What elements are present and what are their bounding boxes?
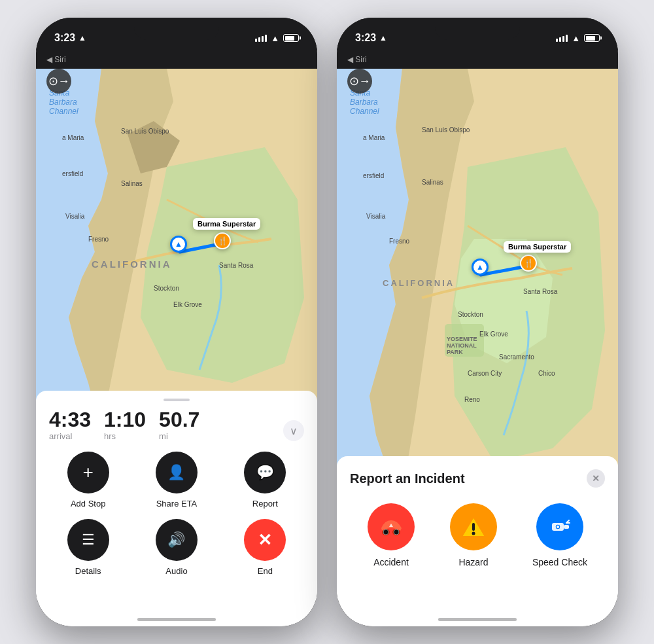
signal-bars-1: [255, 35, 267, 42]
map-label-california: CALIFORNIA: [92, 259, 172, 270]
wifi-icon-1: ▲: [271, 33, 279, 43]
accident-icon: [368, 503, 415, 550]
map-label-p2-elk-grove: Elk Grove: [479, 331, 508, 338]
action-grid-1: + Add Stop 👤 Share ETA 💬 Report: [49, 452, 304, 576]
siri-label-2: ◀ Siri: [347, 55, 367, 64]
nav-distance-stat: 50.7 mi: [159, 409, 199, 441]
audio-button[interactable]: 🔊 Audio: [137, 519, 215, 576]
current-location-pin-1: ▲: [170, 236, 187, 253]
battery-2: [584, 34, 600, 42]
map-label-bakersfield: ersfield: [62, 170, 83, 177]
back-button-1[interactable]: ⊙→: [46, 69, 71, 94]
siri-bar-1: ◀ Siri: [36, 50, 317, 69]
audio-label: Audio: [165, 566, 187, 576]
incident-header: Report an Incident ✕: [350, 469, 605, 488]
map-label-p2-california: CALIFORNIA: [383, 278, 455, 288]
nav-arrival-value: 4:33: [49, 409, 91, 430]
back-icon-2: ⊙→: [349, 74, 371, 88]
siri-label-1: ◀ Siri: [46, 55, 66, 64]
map-label-stockton: Stockton: [154, 285, 179, 292]
map-label-elk-grove: Elk Grove: [173, 301, 202, 308]
map-label-p2-visalia: Visalia: [366, 213, 385, 220]
end-label: End: [258, 566, 273, 576]
expand-button-1[interactable]: ∨: [283, 420, 304, 441]
map-svg-2: [337, 69, 618, 501]
speed-check-button[interactable]: Speed Check: [532, 503, 587, 567]
hazard-icon: [450, 503, 497, 550]
incident-close-button[interactable]: ✕: [587, 469, 605, 488]
report-button[interactable]: 💬 Report: [226, 452, 304, 509]
details-label: Details: [75, 566, 101, 576]
nav-duration-label: hrs: [104, 431, 146, 441]
speed-check-label: Speed Check: [532, 557, 587, 567]
nav-duration-stat: 1:10 hrs: [104, 409, 146, 441]
back-button-2[interactable]: ⊙→: [347, 69, 372, 94]
map-label-p2-yosemite: YOSEMITENATIONALPARK: [447, 336, 477, 355]
map-label-visalia: Visalia: [65, 213, 84, 220]
svg-point-15: [383, 529, 388, 535]
nav-info-row-1: 4:33 arrival 1:10 hrs 50.7 mi ∨: [49, 409, 304, 441]
map-area-2: SantaBarbaraChannel a Maria San Luis Obi…: [337, 69, 618, 501]
map-label-p2-salinas: Salinas: [422, 179, 443, 186]
screen-1: ◀ Siri ⊙→: [36, 50, 317, 626]
status-icons-2: ▲: [556, 33, 600, 43]
map-label-p2-santa-rosa: Santa Rosa: [523, 288, 557, 295]
current-location-pin-2: ▲: [472, 259, 489, 276]
notch-2: [435, 18, 520, 40]
status-time-1: 3:23 ▲: [54, 32, 86, 44]
map-label-p2-fresno: Fresno: [389, 238, 409, 245]
map-label-p2-lamaria: a Maria: [363, 134, 385, 141]
nav-handle-1[interactable]: [164, 399, 190, 401]
dest-location-pin-2: 🍴: [520, 255, 537, 272]
screen-2: ◀ Siri ⊙→: [337, 50, 618, 626]
share-eta-button[interactable]: 👤 Share ETA: [137, 452, 215, 509]
nav-stats-1: 4:33 arrival 1:10 hrs 50.7 mi: [49, 409, 199, 441]
share-eta-icon: 👤: [156, 452, 198, 493]
details-button[interactable]: ☰ Details: [49, 519, 127, 576]
signal-bars-2: [556, 35, 568, 42]
svg-point-19: [472, 532, 475, 535]
dest-label-2: Burma Superstar: [504, 241, 571, 253]
end-button[interactable]: ✕ End: [226, 519, 304, 576]
add-stop-icon: +: [67, 452, 109, 493]
add-stop-button[interactable]: + Add Stop: [49, 452, 127, 509]
dest-label-1: Burma Superstar: [193, 218, 260, 230]
map-label-la-maria: a Maria: [62, 134, 84, 141]
svg-point-22: [557, 526, 559, 528]
map-bg-2: SantaBarbaraChannel a Maria San Luis Obi…: [337, 69, 618, 501]
map-bg-1: SantaBarbaraChannel a Maria San Luis Obi…: [36, 69, 317, 409]
end-icon: ✕: [244, 519, 286, 561]
map-label-p2-bakersfield: ersfield: [363, 172, 384, 179]
hazard-button[interactable]: Hazard: [450, 503, 497, 567]
report-icon: 💬: [244, 452, 286, 493]
map-label-p2-slo: San Luis Obispo: [422, 126, 470, 134]
share-eta-label: Share ETA: [156, 499, 198, 509]
nav-panel-1: 4:33 arrival 1:10 hrs 50.7 mi ∨: [36, 391, 317, 600]
report-label: Report: [252, 499, 278, 509]
details-icon: ☰: [67, 519, 109, 561]
svg-rect-18: [472, 523, 475, 531]
map-label-p2-carson: Carson City: [468, 370, 502, 377]
map-label-fresno: Fresno: [88, 236, 109, 243]
nav-duration-value: 1:10: [104, 409, 146, 430]
map-area-1: SantaBarbaraChannel a Maria San Luis Obi…: [36, 69, 317, 409]
hazard-label: Hazard: [458, 557, 488, 567]
nav-arrival-label: arrival: [49, 431, 91, 441]
accident-label: Accident: [373, 557, 409, 567]
home-indicator-1: [137, 618, 216, 621]
add-stop-label: Add Stop: [71, 499, 106, 509]
incident-panel: Report an Incident ✕: [337, 456, 618, 600]
nav-distance-label: mi: [159, 431, 199, 441]
incident-close-icon: ✕: [592, 473, 600, 484]
accident-button[interactable]: Accident: [368, 503, 415, 567]
map-label-santa-rosa: Santa Rosa: [219, 262, 253, 269]
nav-distance-value: 50.7: [159, 409, 199, 430]
map-label-p2-sacramento: Sacramento: [499, 353, 534, 361]
home-indicator-2: [438, 618, 517, 621]
map-label-salinas: Salinas: [121, 180, 143, 187]
siri-bar-2: ◀ Siri: [337, 50, 618, 69]
map-label-p2-reno: Reno: [464, 396, 480, 403]
map-label-p2-chico: Chico: [538, 370, 555, 377]
incident-options: Accident Hazard: [350, 503, 605, 567]
nav-arrival-stat: 4:33 arrival: [49, 409, 91, 441]
